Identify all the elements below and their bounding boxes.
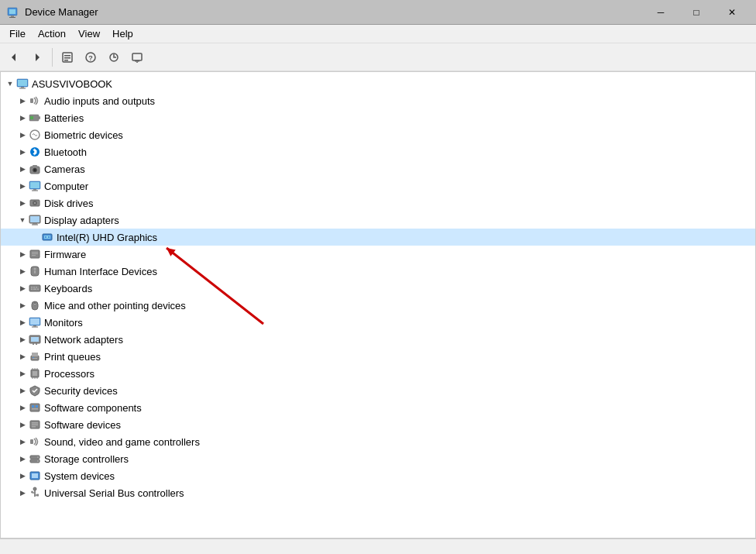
- svg-point-36: [34, 202, 36, 204]
- tree-item-usb[interactable]: ▶ Universal Serial Bus controllers: [1, 484, 755, 501]
- usb-expand[interactable]: ▶: [16, 487, 29, 499]
- sw-devices-expand[interactable]: ▶: [16, 418, 29, 431]
- svg-rect-17: [18, 80, 27, 86]
- svg-text:?: ?: [88, 54, 93, 62]
- svg-rect-20: [30, 98, 33, 103]
- storage-expand[interactable]: ▶: [16, 452, 29, 465]
- tree-item-sw-devices[interactable]: ▶ Software devices: [1, 416, 755, 433]
- back-button[interactable]: [3, 46, 25, 68]
- print-expand[interactable]: ▶: [16, 350, 29, 363]
- tree-item-hid[interactable]: ▶ Human Interface Devices: [1, 263, 755, 280]
- tree-item-disk[interactable]: ▶ Disk drives: [1, 194, 755, 212]
- system-expand[interactable]: ▶: [16, 470, 29, 482]
- svg-rect-67: [31, 337, 39, 342]
- svg-rect-46: [32, 252, 38, 253]
- tree-item-sw-components[interactable]: ▶ Software components: [1, 399, 755, 416]
- disk-icon: [29, 197, 41, 209]
- tree-item-monitors[interactable]: ▶ Monitors: [1, 314, 755, 331]
- svg-rect-73: [33, 357, 34, 358]
- tree-item-print[interactable]: ▶ Print queues: [1, 348, 755, 365]
- minimize-button[interactable]: ─: [643, 0, 679, 25]
- svg-rect-71: [32, 353, 38, 356]
- security-expand[interactable]: ▶: [16, 384, 29, 397]
- menu-view[interactable]: View: [72, 26, 106, 42]
- tree-item-sound[interactable]: ▶ Sound, video and game controllers: [1, 433, 755, 450]
- disk-expand[interactable]: ▶: [16, 197, 29, 209]
- tree-item-processors[interactable]: ▶ Processors: [1, 365, 755, 382]
- printer-icon: [29, 350, 41, 363]
- maximize-button[interactable]: □: [679, 0, 714, 25]
- tree-item-batteries[interactable]: ▶ Batteries: [1, 109, 755, 126]
- svg-rect-87: [32, 422, 38, 424]
- hid-expand[interactable]: ▶: [16, 265, 29, 277]
- tree-item-bluetooth[interactable]: ▶ Bluetooth: [1, 143, 755, 160]
- keyboards-label: Keyboards: [44, 283, 92, 294]
- svg-point-28: [34, 169, 36, 170]
- audio-icon: [29, 95, 41, 107]
- svg-rect-19: [19, 88, 26, 89]
- svg-rect-18: [21, 87, 24, 88]
- computer-label: Computer: [44, 181, 88, 192]
- svg-point-97: [33, 487, 36, 490]
- tree-item-system[interactable]: ▶ System devices: [1, 467, 755, 484]
- computer-expand[interactable]: ▶: [16, 180, 29, 192]
- tree-item-security[interactable]: ▶ Security devices: [1, 382, 755, 399]
- menu-help[interactable]: Help: [106, 26, 139, 42]
- svg-rect-31: [30, 182, 40, 188]
- forward-button[interactable]: [26, 46, 48, 68]
- tree-item-network[interactable]: ▶ Network adapters: [1, 331, 755, 348]
- svg-rect-13: [132, 53, 142, 60]
- audio-expand[interactable]: ▶: [16, 95, 29, 107]
- batteries-expand[interactable]: ▶: [16, 112, 29, 124]
- monitor-button[interactable]: [126, 46, 148, 68]
- sw-devices-label: Software devices: [44, 419, 121, 431]
- svg-rect-39: [33, 223, 37, 225]
- firmware-expand[interactable]: ▶: [16, 248, 29, 260]
- biometric-expand[interactable]: ▶: [16, 129, 29, 141]
- help-button[interactable]: ?: [80, 46, 101, 68]
- computer-icon: [16, 77, 29, 90]
- bluetooth-expand[interactable]: ▶: [16, 146, 29, 158]
- tree-item-audio[interactable]: ▶ Audio inputs and outputs: [1, 92, 755, 109]
- svg-rect-47: [32, 253, 38, 254]
- system-icon: [29, 470, 41, 482]
- tree-item-cameras[interactable]: ▶ Cameras: [1, 160, 755, 177]
- cameras-label: Cameras: [44, 163, 85, 175]
- sw-devices-icon: [29, 418, 41, 431]
- processors-expand[interactable]: ▶: [16, 367, 29, 380]
- tree-item-display[interactable]: ▼ Display adapters: [1, 212, 755, 229]
- tree-root[interactable]: ▼ ASUSVIVOBOOK: [1, 75, 755, 92]
- keyboards-expand[interactable]: ▶: [16, 282, 29, 294]
- svg-rect-38: [30, 216, 40, 222]
- svg-rect-1: [9, 9, 15, 14]
- mice-expand[interactable]: ▶: [16, 299, 29, 311]
- svg-rect-3: [9, 17, 15, 18]
- tree-item-keyboards[interactable]: ▶ Keyboards: [1, 280, 755, 297]
- device-tree-content[interactable]: ▼ ASUSVIVOBOOK ▶ A: [0, 71, 756, 539]
- svg-rect-43: [45, 236, 46, 238]
- window-title: Device Manager: [25, 6, 98, 18]
- tree-item-intel-uhd[interactable]: Intel(R) UHD Graphics: [1, 229, 755, 246]
- properties-button[interactable]: [57, 46, 78, 68]
- tree-item-storage[interactable]: ▶ Storage controllers: [1, 450, 755, 467]
- monitors-expand[interactable]: ▶: [16, 316, 29, 329]
- root-expand[interactable]: ▼: [4, 77, 16, 90]
- sound-expand[interactable]: ▶: [16, 435, 29, 448]
- network-expand[interactable]: ▶: [16, 333, 29, 346]
- menu-file[interactable]: File: [3, 26, 32, 42]
- svg-rect-14: [135, 60, 139, 62]
- cameras-expand[interactable]: ▶: [16, 163, 29, 175]
- close-button[interactable]: ✕: [714, 0, 750, 25]
- tree-item-computer[interactable]: ▶ Computer: [1, 177, 755, 194]
- processor-icon: [29, 367, 41, 380]
- menu-action[interactable]: Action: [32, 26, 72, 42]
- tree-item-firmware[interactable]: ▶ Firmware: [1, 246, 755, 263]
- tree-item-biometric[interactable]: ▶ Biometric devices: [1, 126, 755, 143]
- svg-marker-5: [36, 53, 40, 61]
- print-label: Print queues: [44, 351, 101, 363]
- tree-item-mice[interactable]: ▶ Mice and other pointing devices: [1, 297, 755, 314]
- display-expand[interactable]: ▼: [16, 214, 29, 226]
- scan-button[interactable]: [103, 46, 125, 68]
- svg-rect-55: [36, 287, 37, 288]
- sw-components-expand[interactable]: ▶: [16, 401, 29, 414]
